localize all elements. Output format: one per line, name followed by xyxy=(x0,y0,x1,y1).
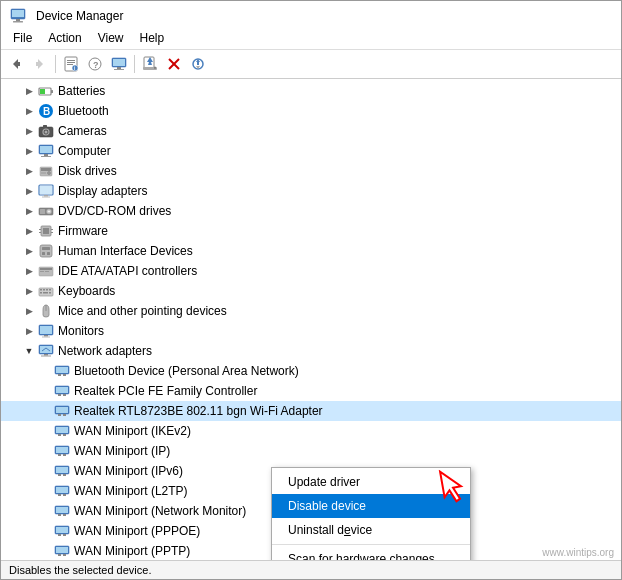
expand-bluetooth[interactable]: ▶ xyxy=(21,103,37,119)
status-bar: Disables the selected device. xyxy=(1,560,621,579)
device-manager-window: Device Manager File Action View Help i xyxy=(0,0,622,580)
tree-item-dvd[interactable]: ▶ DVD/CD-ROM drives xyxy=(1,201,621,221)
tree-item-realtek-pcie[interactable]: ▶ Realtek PCIe FE Family Controller xyxy=(1,381,621,401)
tree-item-disk[interactable]: ▶ Disk drives xyxy=(1,161,621,181)
svg-point-54 xyxy=(48,211,50,213)
expand-computer[interactable]: ▶ xyxy=(21,143,37,159)
expand-firmware[interactable]: ▶ xyxy=(21,223,37,239)
tree-item-wan-ip[interactable]: ▶ WAN Miniport (IP) xyxy=(1,441,621,461)
tree-item-display[interactable]: ▶ Display adapters xyxy=(1,181,621,201)
toolbar-computer[interactable] xyxy=(108,53,130,75)
expand-hid[interactable]: ▶ xyxy=(21,243,37,259)
svg-rect-102 xyxy=(58,434,61,436)
svg-rect-70 xyxy=(40,289,42,291)
tree-item-batteries[interactable]: ▶ Batteries xyxy=(1,81,621,101)
svg-rect-71 xyxy=(43,289,45,291)
disk-icon xyxy=(37,162,55,180)
menu-view[interactable]: View xyxy=(90,29,132,47)
svg-rect-52 xyxy=(40,209,45,214)
expand-network[interactable]: ▼ xyxy=(21,343,37,359)
expand-mice[interactable]: ▶ xyxy=(21,303,37,319)
tree-item-cameras[interactable]: ▶ Cameras xyxy=(1,121,621,141)
svg-rect-84 xyxy=(44,354,48,356)
svg-rect-114 xyxy=(58,494,61,496)
display-label: Display adapters xyxy=(58,184,617,198)
svg-rect-49 xyxy=(44,195,48,197)
tree-item-ide[interactable]: ▶ IDE ATA/ATAPI controllers xyxy=(1,261,621,281)
expand-keyboards[interactable]: ▶ xyxy=(21,283,37,299)
tree-item-mice[interactable]: ▶ Mice and other pointing devices xyxy=(1,301,621,321)
menu-file[interactable]: File xyxy=(5,29,40,47)
svg-rect-67 xyxy=(40,271,44,272)
svg-rect-119 xyxy=(63,514,66,516)
svg-rect-50 xyxy=(42,197,50,198)
tree-item-bt-pan[interactable]: ▶ Bluetooth Device (Personal Area Networ… xyxy=(1,361,621,381)
tree-item-network[interactable]: ▼ Network adapters xyxy=(1,341,621,361)
ctx-disable-device[interactable]: Disable device xyxy=(272,494,470,518)
tree-item-hid[interactable]: ▶ Human Interface Devices xyxy=(1,241,621,261)
svg-rect-81 xyxy=(42,337,50,338)
svg-rect-73 xyxy=(49,289,51,291)
computer-label: Computer xyxy=(58,144,617,158)
ctx-scan-hardware[interactable]: Scan for hardware changes xyxy=(272,547,470,560)
tree-item-realtek-wifi[interactable]: ▶ Realtek RTL8723BE 802.11 bgn Wi-Fi Ada… xyxy=(1,401,621,421)
hid-icon xyxy=(37,242,55,260)
status-text: Disables the selected device. xyxy=(9,564,151,576)
svg-rect-110 xyxy=(58,474,61,476)
tree-item-keyboards[interactable]: ▶ Keyboards xyxy=(1,281,621,301)
wan-ikev2-label: WAN Miniport (IKEv2) xyxy=(74,424,617,438)
svg-rect-66 xyxy=(40,268,52,270)
expand-batteries[interactable]: ▶ xyxy=(21,83,37,99)
expand-disk[interactable]: ▶ xyxy=(21,163,37,179)
svg-rect-98 xyxy=(58,414,61,416)
svg-rect-56 xyxy=(43,228,49,234)
dvd-label: DVD/CD-ROM drives xyxy=(58,204,617,218)
keyboard-icon xyxy=(37,282,55,300)
tree-item-firmware[interactable]: ▶ Firmware xyxy=(1,221,621,241)
svg-rect-1 xyxy=(16,19,20,21)
svg-rect-74 xyxy=(40,292,42,294)
ctx-update-driver[interactable]: Update driver xyxy=(272,470,470,494)
svg-rect-103 xyxy=(63,434,66,436)
toolbar-update[interactable] xyxy=(139,53,161,75)
toolbar-properties[interactable]: i xyxy=(60,53,82,75)
expand-display[interactable]: ▶ xyxy=(21,183,37,199)
network-icon xyxy=(37,342,55,360)
context-menu: Update driver Disable device Uninstall d… xyxy=(271,467,471,560)
svg-rect-48 xyxy=(40,186,52,194)
svg-rect-41 xyxy=(44,154,48,156)
watermark: www.wintips.org xyxy=(542,547,614,558)
window-title: Device Manager xyxy=(36,9,123,23)
expand-cameras[interactable]: ▶ xyxy=(21,123,37,139)
ctx-uninstall-device[interactable]: Uninstall device xyxy=(272,518,470,542)
toolbar-help[interactable]: ? xyxy=(84,53,106,75)
svg-rect-75 xyxy=(43,292,48,294)
svg-rect-90 xyxy=(58,374,61,376)
svg-point-37 xyxy=(45,131,48,134)
bluetooth-label: Bluetooth xyxy=(58,104,617,118)
ide-label: IDE ATA/ATAPI controllers xyxy=(58,264,617,278)
svg-rect-10 xyxy=(67,62,75,63)
expand-monitors[interactable]: ▶ xyxy=(21,323,37,339)
tree-item-computer[interactable]: ▶ Computer xyxy=(1,141,621,161)
tree-item-wan-ikev2[interactable]: ▶ WAN Miniport (IKEv2) xyxy=(1,421,621,441)
menu-bar: File Action View Help xyxy=(1,27,621,50)
svg-rect-111 xyxy=(63,474,66,476)
svg-rect-121 xyxy=(56,527,68,533)
expand-ide[interactable]: ▶ xyxy=(21,263,37,279)
tree-item-monitors[interactable]: ▶ Monitors xyxy=(1,321,621,341)
svg-marker-6 xyxy=(38,59,43,69)
toolbar-uninstall[interactable] xyxy=(163,53,185,75)
tree-item-bluetooth[interactable]: ▶ B Bluetooth xyxy=(1,101,621,121)
menu-help[interactable]: Help xyxy=(132,29,173,47)
svg-rect-89 xyxy=(56,367,68,373)
wan-ikev2-icon xyxy=(53,422,71,440)
menu-action[interactable]: Action xyxy=(40,29,89,47)
toolbar-scan[interactable] xyxy=(187,53,209,75)
svg-rect-113 xyxy=(56,487,68,493)
expand-dvd[interactable]: ▶ xyxy=(21,203,37,219)
ctx-sep1 xyxy=(272,544,470,545)
toolbar-forward[interactable] xyxy=(29,53,51,75)
toolbar-back[interactable] xyxy=(5,53,27,75)
svg-rect-127 xyxy=(63,554,66,556)
